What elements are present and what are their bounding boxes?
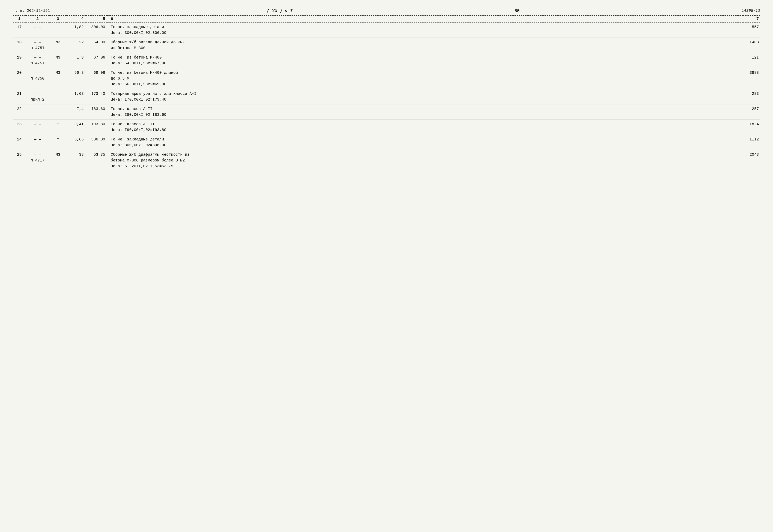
row-unit: т xyxy=(49,22,66,37)
row-price: I83,60 xyxy=(86,104,107,119)
col-header-7: 7 xyxy=(743,16,760,22)
row-description: Сборные ж/б ригели длиной до 3м·из бетон… xyxy=(107,38,743,52)
main-table: 1 2 3 4 5 6 7 17—"—тI,82306,00То же, зак… xyxy=(13,15,760,171)
row-ref: —"— xyxy=(26,120,49,134)
page-header: т. п. 262-12-151 ( УШ ) ч I - 55 - 14395… xyxy=(13,9,760,14)
row-ref: —"— xyxy=(26,135,49,149)
row-total: I824 xyxy=(743,120,760,134)
row-ref: —"—п.4750 xyxy=(26,68,49,88)
row-total: 2043 xyxy=(743,150,760,170)
row-total: 3888 xyxy=(743,68,760,88)
row-description: То же, закладные деталиЦена: 300,00xI,02… xyxy=(107,22,743,37)
header-center: ( УШ ) ч I xyxy=(267,9,292,14)
row-quantity: I,8 xyxy=(66,53,86,67)
row-description: То же, закладные деталиЦена: 300,00xI,02… xyxy=(107,135,743,149)
row-ref: —"—п.47I7 xyxy=(26,150,49,170)
table-body: 17—"—тI,82306,00То же, закладные деталиЦ… xyxy=(13,22,760,171)
col-header-5: 5 xyxy=(86,16,107,22)
header-right: 14395-12 xyxy=(742,9,760,13)
row-number: 18 xyxy=(13,38,26,52)
row-number: 19 xyxy=(13,53,26,67)
table-row: 19—"—п.475IМ3I,867,06То же, из бетона М-… xyxy=(13,53,760,67)
row-price: 64,00 xyxy=(86,38,107,52)
row-description: То же, класса А-IIЦена: I80,00xI,02=I83,… xyxy=(107,104,743,119)
row-unit: М3 xyxy=(49,38,66,52)
col-header-1: 1 xyxy=(13,16,26,22)
row-description: То же, из бетона М-400 длинойдо 6,5 мЦен… xyxy=(107,68,743,88)
row-quantity: I,82 xyxy=(66,22,86,37)
row-quantity: I,63 xyxy=(66,89,86,104)
col-header-3: 3 xyxy=(49,16,66,22)
row-quantity: 56,3 xyxy=(66,68,86,88)
row-price: 53,75 xyxy=(86,150,107,170)
row-quantity: 22 xyxy=(66,38,86,52)
row-number: 23 xyxy=(13,120,26,134)
column-headers: 1 2 3 4 5 6 7 xyxy=(13,16,760,22)
table-row: 18—"—п.475IМ32264,00Сборные ж/б ригели д… xyxy=(13,38,760,52)
table-row: 25—"—п.47I7М33853,75Сборные ж/б диафрагм… xyxy=(13,150,760,170)
row-total: 557 xyxy=(743,22,760,37)
row-description: Сборные ж/б диафрагмы жесткости избетона… xyxy=(107,150,743,170)
row-quantity: 9,4I xyxy=(66,120,86,134)
table-row: 17—"—тI,82306,00То же, закладные деталиЦ… xyxy=(13,22,760,37)
row-total: 283 xyxy=(743,89,760,104)
row-quantity: 3,65 xyxy=(66,135,86,149)
row-unit: т xyxy=(49,120,66,134)
row-quantity: 38 xyxy=(66,150,86,170)
row-unit: М3 xyxy=(49,68,66,88)
row-ref: —"— xyxy=(26,22,49,37)
table-row: 2I—"— прил.2тI,63I73,40Товарная арматура… xyxy=(13,89,760,104)
row-unit: М3 xyxy=(49,53,66,67)
spacer-row xyxy=(13,170,760,171)
row-number: 22 xyxy=(13,104,26,119)
col-header-4: 4 xyxy=(66,16,86,22)
row-total: III2 xyxy=(743,135,760,149)
row-description: То же, из бетона М-400Цена: 64,00+I,53x2… xyxy=(107,53,743,67)
row-description: Товарная арматура из стали класса А-IЦен… xyxy=(107,89,743,104)
row-unit: т xyxy=(49,89,66,104)
row-ref: —"—п.475I xyxy=(26,53,49,67)
table-row: 20—"—п.4750М356,369,06То же, из бетона М… xyxy=(13,68,760,88)
header-left: т. п. 262-12-151 xyxy=(13,9,50,13)
row-price: 69,06 xyxy=(86,68,107,88)
row-unit: т xyxy=(49,104,66,119)
row-description: То же, класса А-IIIЦена: I90,00xI,02=I93… xyxy=(107,120,743,134)
row-ref: —"— xyxy=(26,104,49,119)
row-price: 67,06 xyxy=(86,53,107,67)
row-number: 24 xyxy=(13,135,26,149)
row-number: 2I xyxy=(13,89,26,104)
row-unit: т xyxy=(49,135,66,149)
row-unit: М3 xyxy=(49,150,66,170)
row-number: 17 xyxy=(13,22,26,37)
row-quantity: I,4 xyxy=(66,104,86,119)
row-number: 20 xyxy=(13,68,26,88)
row-price: 306,00 xyxy=(86,22,107,37)
col-header-6: 6 xyxy=(107,16,743,22)
row-total: I408 xyxy=(743,38,760,52)
row-price: 306,00 xyxy=(86,135,107,149)
col-header-2: 2 xyxy=(26,16,49,22)
header-page: - 55 - xyxy=(509,9,525,14)
row-price: I93,80 xyxy=(86,120,107,134)
row-price: I73,40 xyxy=(86,89,107,104)
table-row: 24—"—т3,65306,00То же, закладные деталиЦ… xyxy=(13,135,760,149)
table-row: 22—"—тI,4I83,60То же, класса А-IIЦена: I… xyxy=(13,104,760,119)
row-ref: —"— прил.2 xyxy=(26,89,49,104)
row-number: 25 xyxy=(13,150,26,170)
row-total: I2I xyxy=(743,53,760,67)
row-total: 257 xyxy=(743,104,760,119)
row-ref: —"—п.475I xyxy=(26,38,49,52)
table-row: 23—"—т9,4II93,80То же, класса А-IIIЦена:… xyxy=(13,120,760,134)
